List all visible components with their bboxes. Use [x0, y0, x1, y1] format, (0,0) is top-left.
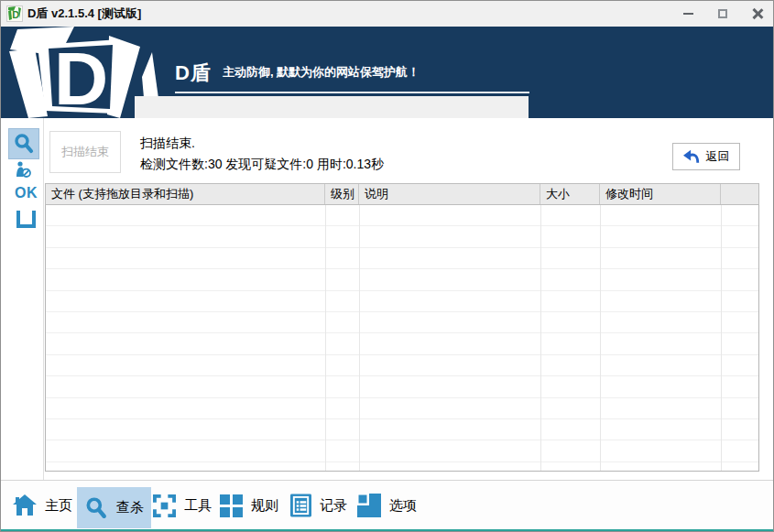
close-icon: [752, 8, 763, 19]
nav-item-records[interactable]: 记录: [290, 481, 347, 530]
banner-underline: [175, 92, 529, 93]
banner-panel: [135, 96, 529, 118]
return-button[interactable]: 返回: [672, 143, 740, 170]
home-icon: [13, 494, 37, 516]
window-controls: [678, 1, 768, 27]
column-divider: [721, 205, 722, 471]
app-window: D D盾 v2.1.5.4 [测试版] D D盾 主动防御, 默默为你的网站保驾…: [0, 0, 774, 532]
scan-status-line: 扫描结束.: [140, 136, 195, 152]
column-header-size[interactable]: 大小: [540, 184, 600, 204]
maximize-button[interactable]: [713, 4, 733, 24]
column-divider: [600, 205, 601, 471]
sidebar: OK: [1, 118, 44, 480]
sidebar-item-user-block[interactable]: [14, 161, 32, 181]
column-header-modified[interactable]: 修改时间: [600, 184, 721, 204]
main-area: OK 扫描结束 扫描结束. 检测文件数:30 发现可疑文件:0 用时:0.13秒…: [1, 118, 773, 480]
brand-name: D盾: [175, 63, 212, 83]
nav-item-home[interactable]: 主页: [13, 481, 72, 530]
scan-result-line: 检测文件数:30 发现可疑文件:0 用时:0.13秒: [140, 157, 384, 173]
brand-slogan: 主动防御, 默默为你的网站保驾护航！: [223, 64, 420, 81]
user-block-icon: [14, 161, 32, 178]
nav-label-home: 主页: [45, 497, 72, 515]
sidebar-item-ok[interactable]: OK: [15, 185, 38, 201]
nav-label-options: 选项: [389, 497, 417, 515]
sidebar-item-container[interactable]: [16, 211, 36, 228]
minimize-icon: [683, 13, 693, 15]
minimize-button[interactable]: [678, 4, 698, 24]
sidebar-item-scan[interactable]: [8, 128, 39, 159]
nav-item-scan[interactable]: 查杀: [77, 487, 151, 528]
tools-icon: [153, 494, 176, 517]
nav-label-tools: 工具: [184, 497, 212, 515]
nav-label-rules: 规则: [251, 497, 278, 515]
column-divider: [359, 205, 360, 471]
options-icon: [357, 494, 381, 517]
nav-label-scan: 查杀: [116, 499, 144, 516]
nav-item-tools[interactable]: 工具: [153, 481, 212, 530]
undo-arrow-icon: [683, 149, 700, 165]
svg-text:D: D: [12, 9, 19, 20]
search-icon: [84, 496, 108, 520]
close-button[interactable]: [747, 4, 768, 24]
brand-block: D盾 主动防御, 默默为你的网站保驾护航！: [175, 63, 420, 83]
column-header-description[interactable]: 说明: [359, 184, 540, 204]
nav-label-records: 记录: [320, 497, 347, 515]
rules-icon: [220, 494, 243, 517]
column-header-level[interactable]: 级别: [325, 184, 359, 204]
bottom-navbar: 主页 查杀 工具: [1, 480, 773, 529]
column-header-file[interactable]: 文件 (支持拖放目录和扫描): [46, 184, 325, 204]
window-title: D盾 v2.1.5.4 [测试版]: [27, 5, 141, 22]
nav-item-options[interactable]: 选项: [357, 481, 417, 530]
logo-letter: D: [54, 37, 108, 118]
table-header: 文件 (支持拖放目录和扫描) 级别 说明 大小 修改时间: [45, 183, 759, 205]
search-icon: [13, 133, 35, 155]
return-button-label: 返回: [706, 148, 730, 165]
column-divider: [325, 205, 326, 471]
records-icon: [290, 494, 311, 517]
column-header-extra[interactable]: [721, 184, 758, 204]
title-bar: D D盾 v2.1.5.4 [测试版]: [1, 1, 773, 27]
app-logo-icon: D: [6, 5, 23, 22]
column-divider: [540, 205, 541, 471]
file-table-body[interactable]: [45, 205, 759, 472]
nav-item-rules[interactable]: 规则: [220, 481, 278, 530]
header-banner: D D盾 主动防御, 默默为你的网站保驾护航！: [1, 27, 773, 118]
scan-finished-button[interactable]: 扫描结束: [49, 131, 121, 173]
maximize-icon: [718, 9, 727, 18]
